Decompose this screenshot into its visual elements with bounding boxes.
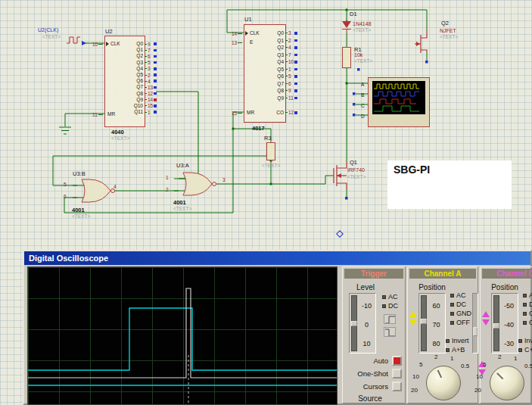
trigger-panel: Trigger Level -10010 AC DC Au [342,266,406,403]
level-scale: -10010 [358,294,375,353]
radio-indicator [450,303,454,307]
oscilloscope-window[interactable]: Digital Oscilloscope Trigger Level -1001… [23,250,532,405]
one-shot-label: One-Shot [357,369,388,378]
coupling-option[interactable]: DC [450,301,471,308]
radio-indicator [382,304,386,308]
u1-clk-label: CLK [250,30,260,36]
u3a-out-num: 3 [222,177,226,182]
u2-text: <TEXT> [111,136,129,141]
slider-track[interactable] [351,295,357,351]
nor-gate-u3b[interactable] [71,178,120,204]
radio-indicator [382,295,386,299]
channel-a-fine-slider[interactable] [472,293,478,354]
radio-indicator [523,312,527,316]
coupling-option[interactable]: DC [523,301,532,308]
u1-ref: U1 [244,16,252,23]
slider-handle[interactable] [421,319,427,324]
ic-u1[interactable]: CLK E MR 14 13 15 Q0Q1Q2Q3Q4Q5Q6Q7Q8Q9CO… [244,24,286,123]
proteus-workspace: { "schematic": { "clock_probe": {"label"… [0,0,532,405]
position-label: Position [411,283,453,291]
q2-text: <TEXT> [440,34,458,39]
slider-track[interactable] [421,295,427,351]
u1-clk-pin: 14 [232,30,242,36]
u3b-ref: U3:B [73,170,86,177]
cursors-row: Cursors [363,381,402,391]
schematic-canvas[interactable]: U2(CLK) <TEXT> U2 CLK MR 10 11 Q0Q1Q2Q3Q… [0,0,532,250]
coupling-option[interactable]: OFF [523,319,532,326]
radio-indicator [450,294,454,298]
mode-option[interactable]: Invert [518,337,532,344]
resistor-r3[interactable] [266,142,275,160]
coupling-option[interactable]: AC [523,291,532,299]
clock-pin-mark [106,42,109,46]
slider-handle[interactable] [493,323,499,329]
position-scale: 607080 [428,294,445,353]
sbg-pi-label-box[interactable]: SBG-PI [387,160,512,209]
slider-handle[interactable] [351,321,357,326]
auto-button[interactable] [392,356,402,366]
trigger-level-slider[interactable]: -10010 [349,293,376,354]
scope-display[interactable] [27,266,338,405]
clock-generator-icon[interactable] [65,33,86,47]
coupling-option[interactable]: OFF [450,319,471,326]
clock-probe-label[interactable]: U2(CLK) [38,27,58,33]
u2-ref: U2 [105,28,113,35]
mode-option[interactable]: A+B [446,346,469,354]
channel-a-gain-knob[interactable] [426,366,461,400]
edge-select[interactable] [384,314,396,337]
coupling-option[interactable]: GND [523,310,532,317]
radio-indicator [523,321,527,325]
titlebar[interactable]: Digital Oscilloscope [24,251,530,265]
radio-indicator [518,339,522,343]
u3b-in1-num: 5 [64,182,67,187]
channel-a-panel: Channel A Position 607080 AC DC [407,266,478,403]
radio-indicator [446,348,450,352]
u1-mr-pin: 15 [232,110,242,116]
channel-c-gain: 20105210.5 [478,357,532,405]
ic-u2[interactable]: CLK MR 10 11 Q0Q1Q2Q3Q4Q5Q6Q7Q8Q9Q10Q11 … [104,36,145,127]
u3a-in2-num: 2 [166,187,169,192]
radio-indicator [446,339,450,343]
falling-edge-icon[interactable] [384,327,396,337]
knob-pointer [496,372,503,379]
window-title: Digital Oscilloscope [29,254,108,263]
radio-indicator [450,321,454,325]
auto-label: Auto [373,357,388,365]
mode-option[interactable]: Invert [446,337,469,344]
slider-track[interactable] [493,295,499,351]
oscilloscope-instrument[interactable]: ABCD [368,77,430,127]
diode-symbol[interactable] [341,18,353,33]
coupling-option[interactable]: AC [382,293,398,301]
auto-row: Auto [373,355,402,366]
channel-c-panel: Channel C Position -50-40-30 AC DC [480,266,532,403]
u3a-value: 4001 [173,199,186,206]
d1-ref: D1 [350,11,357,17]
nor-gate-u3a[interactable] [173,171,221,197]
mode-option[interactable]: C+D [518,346,532,354]
r3-text: <TEXT> [262,163,280,168]
one-shot-button[interactable] [392,369,402,379]
u2-clk-pin: 10 [92,41,103,47]
radio-indicator [523,294,527,298]
channel-a-position-arrows[interactable] [409,311,418,326]
position-label: Position [484,283,526,291]
radio-indicator [523,303,527,307]
channel-c-gain-knob[interactable] [490,366,524,400]
channel-c-position-arrows[interactable] [482,311,491,326]
u3a-ref: U3:A [176,162,189,169]
rising-edge-icon[interactable] [384,314,396,324]
coupling-option[interactable]: GND [450,310,471,317]
coupling-option[interactable]: DC [382,302,398,310]
instrument-channel-labels: ABCD [361,79,365,122]
one-shot-row: One-Shot [357,368,402,379]
cursors-button[interactable] [392,382,402,391]
resistor-r1[interactable] [342,47,351,68]
channel-a-position-slider[interactable]: 607080 [418,293,446,354]
u2-clk-label: CLK [110,41,120,47]
channel-c-position-slider[interactable]: -50-40-30 [491,293,518,354]
scope-control-panel: Trigger Level -10010 AC DC Au [341,266,530,403]
njfet-symbol[interactable] [413,29,436,61]
fine-slider-handle[interactable] [473,327,478,336]
coupling-option[interactable]: AC [450,291,471,299]
trigger-header: Trigger [344,269,403,279]
